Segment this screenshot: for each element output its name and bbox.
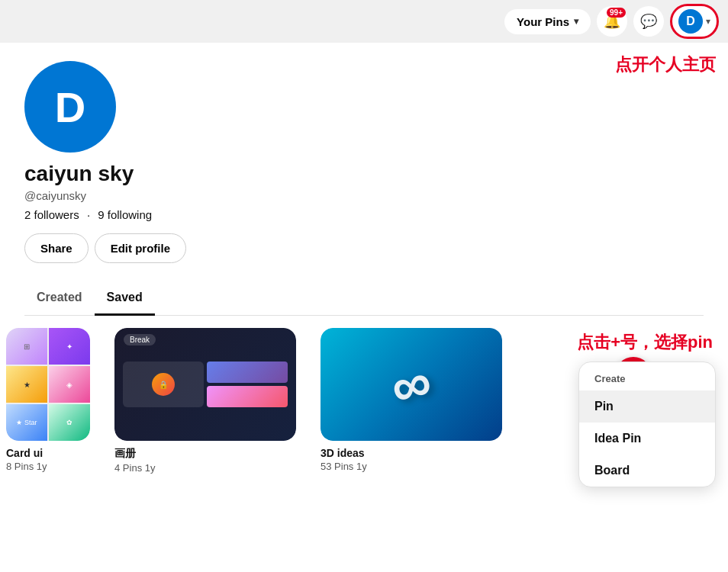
profile-avatar: D [24, 61, 116, 153]
pin-card-ui-count: 8 Pins [6, 461, 34, 472]
pin-card-ui-meta: 8 Pins 1y [6, 461, 90, 472]
notification-badge: 99+ [607, 8, 626, 18]
header: Your Pins ▾ 🔔 99+ 💬 D ▾ [0, 0, 728, 43]
pin-huace-image: 🔒 Break [114, 328, 296, 441]
pin-card-huace[interactable]: 🔒 Break 画册 4 Pins 1y [114, 328, 296, 474]
edit-profile-button[interactable]: Edit profile [95, 233, 186, 263]
share-button[interactable]: Share [24, 233, 89, 263]
dropdown-item-idea-pin[interactable]: Idea Pin [579, 423, 715, 455]
pin-3d-age: 1y [356, 461, 367, 472]
pin-huace-age: 1y [145, 462, 156, 474]
pin-card-3d-ideas[interactable]: ∞ 3D ideas 53 Pins 1y [321, 328, 502, 474]
header-avatar: D [678, 9, 703, 34]
tab-created[interactable]: Created [24, 281, 95, 316]
following-count[interactable]: 9 following [98, 208, 152, 221]
pin-card-ui-age-val: 1y [37, 461, 47, 472]
dropdown-header: Create [579, 362, 715, 390]
chevron-down-icon: ▾ [574, 16, 578, 27]
pin-huace-count: 4 Pins [114, 462, 142, 474]
tab-saved[interactable]: Saved [95, 281, 155, 316]
your-pins-label: Your Pins [517, 15, 569, 28]
pin-3d-title: 3D ideas [321, 447, 502, 459]
your-pins-button[interactable]: Your Pins ▾ [504, 9, 591, 34]
pin-huace-title: 画册 [114, 447, 296, 461]
create-dropdown: Create Pin Idea Pin Board [578, 362, 716, 487]
pin-3d-image: ∞ [321, 328, 502, 441]
profile-name: caiyun sky [24, 162, 134, 186]
account-menu-button[interactable]: D ▾ [670, 4, 719, 39]
pin-3d-count: 53 Pins [321, 461, 353, 472]
profile-stats: 2 followers · 9 following [24, 208, 152, 221]
pin-huace-meta: 4 Pins 1y [114, 462, 296, 474]
dropdown-item-pin[interactable]: Pin [579, 390, 715, 423]
content-area: 点击+号，选择pin + Create Pin Idea Pin Board ⊞… [0, 316, 728, 572]
profile-section: D caiyun sky @caiyunsky 2 followers · 9 … [0, 43, 728, 281]
profile-tabs: Created Saved [24, 281, 704, 316]
messages-button[interactable]: 💬 [633, 6, 664, 37]
pin-card-ui-image: ⊞ ✦ ★ ◈ ★ Star ✿ [6, 328, 90, 441]
profile-actions: Share Edit profile [24, 233, 186, 263]
followers-count[interactable]: 2 followers [24, 208, 79, 221]
pin-card-card-ui[interactable]: ⊞ ✦ ★ ◈ ★ Star ✿ Card ui 8 Pins 1y [6, 328, 90, 474]
profile-handle: @caiyunsky [24, 189, 86, 202]
notifications-button[interactable]: 🔔 99+ [597, 6, 627, 37]
account-chevron-icon: ▾ [706, 16, 710, 27]
pin-card-ui-title: Card ui [6, 447, 90, 459]
dropdown-item-board[interactable]: Board [579, 455, 715, 487]
pin-3d-meta: 53 Pins 1y [321, 461, 502, 472]
stats-separator: · [87, 208, 93, 221]
